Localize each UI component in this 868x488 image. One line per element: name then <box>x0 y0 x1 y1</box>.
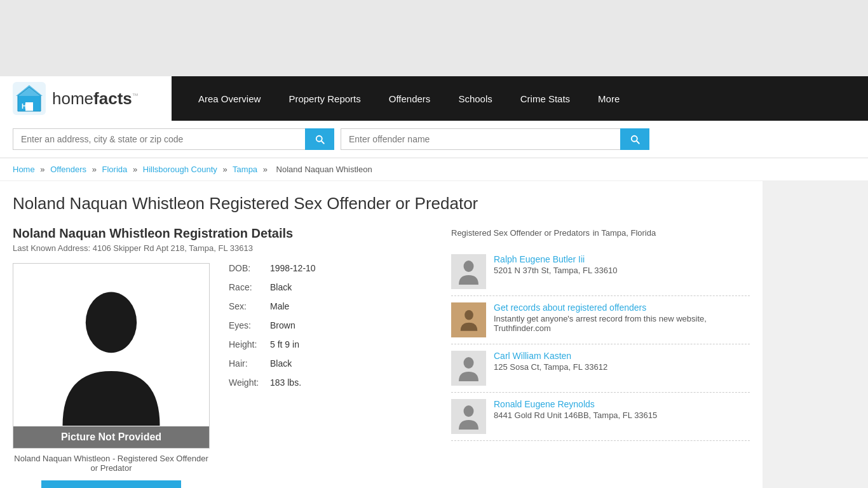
offender-info: Ronald Eugene Reynolds 8441 Gold Rd Unit… <box>494 399 657 420</box>
hair-row: Hair: Black <box>229 358 426 369</box>
height-value: 5 ft 9 in <box>270 339 299 349</box>
svg-point-7 <box>464 261 474 272</box>
content-area: Noland Naquan Whistleon Registration Det… <box>13 226 750 488</box>
search-icon <box>314 133 325 145</box>
svg-point-6 <box>86 292 137 353</box>
ad-avatar-icon <box>459 309 478 331</box>
svg-text:HF: HF <box>22 102 31 110</box>
details-table: DOB: 1998-12-10 Race: Black Sex: Male Ey… <box>229 263 426 488</box>
breadcrumb-hillsborough[interactable]: Hillsborough County <box>143 165 217 174</box>
hair-value: Black <box>270 358 292 369</box>
avatar-silhouette-icon <box>458 356 480 381</box>
offender-info: Ralph Eugene Butler Iii 5201 N 37th St, … <box>494 254 617 275</box>
left-column: Noland Naquan Whistleon Registration Det… <box>13 226 426 488</box>
nav-schools[interactable]: Schools <box>444 93 506 104</box>
nav-offenders[interactable]: Offenders <box>375 93 445 104</box>
address-search-group <box>13 128 334 150</box>
offender-info: Carl William Kasten 125 Sosa Ct, Tampa, … <box>494 351 607 372</box>
picture-not-provided-label: Picture Not Provided <box>13 426 209 448</box>
search-bar <box>0 121 868 158</box>
address-search-input[interactable] <box>13 128 305 150</box>
avatar <box>451 254 486 289</box>
sidebar-header: Registered Sex Offender or Predators in … <box>451 226 750 239</box>
breadcrumb-offenders[interactable]: Offenders <box>50 165 86 174</box>
offender-name-link[interactable]: Ralph Eugene Butler Iii <box>494 254 585 264</box>
logo-text: homefacts™ <box>52 89 139 109</box>
logo-area: HF homefacts™ <box>0 76 172 121</box>
race-row: Race: Black <box>229 282 426 292</box>
hair-label: Hair: <box>229 358 270 369</box>
breadcrumb: Home » Offenders » Florida » Hillsboroug… <box>0 158 868 181</box>
offender-search-button[interactable] <box>620 128 649 150</box>
dob-label: DOB: <box>229 263 270 273</box>
profile-image-wrap: Picture Not Provided <box>13 263 210 449</box>
race-label: Race: <box>229 282 270 292</box>
profile-section: Picture Not Provided Noland Naquan Whist… <box>13 263 426 488</box>
list-item: Carl William Kasten 125 Sosa Ct, Tampa, … <box>451 344 750 393</box>
profile-caption: Noland Naquan Whistleon - Registered Sex… <box>13 454 210 473</box>
offender-address: 125 Sosa Ct, Tampa, FL 33612 <box>494 362 607 372</box>
ad-item: Get records about registered offenders I… <box>451 296 750 344</box>
avatar <box>451 399 486 434</box>
nav-more[interactable]: More <box>584 93 634 104</box>
reg-address: Last Known Address: 4106 Skipper Rd Apt … <box>13 243 426 253</box>
race-value: Black <box>270 282 292 292</box>
height-row: Height: 5 ft 9 in <box>229 339 426 349</box>
profile-silhouette: Picture Not Provided <box>13 264 209 448</box>
sex-value: Male <box>270 301 289 311</box>
nav-property-reports[interactable]: Property Reports <box>275 93 374 104</box>
ad-info: Get records about registered offenders I… <box>494 302 750 333</box>
ad-thumbnail <box>451 302 486 337</box>
main-content: Noland Naquan Whistleon Registered Sex O… <box>0 181 763 488</box>
dob-value: 1998-12-10 <box>270 263 316 273</box>
offender-search-input[interactable] <box>341 128 620 150</box>
eyes-row: Eyes: Brown <box>229 320 426 330</box>
height-label: Height: <box>229 339 270 349</box>
nav-crime-stats[interactable]: Crime Stats <box>506 93 584 104</box>
list-item: Ronald Eugene Reynolds 8441 Gold Rd Unit… <box>451 393 750 441</box>
breadcrumb-florida[interactable]: Florida <box>102 165 128 174</box>
avatar-silhouette-icon <box>458 259 480 285</box>
list-item: Ralph Eugene Butler Iii 5201 N 37th St, … <box>451 248 750 296</box>
header: HF homefacts™ Area Overview Property Rep… <box>0 76 868 121</box>
svg-point-9 <box>464 357 474 369</box>
address-search-button[interactable] <box>305 128 334 150</box>
weight-value: 183 lbs. <box>270 377 301 388</box>
breadcrumb-tampa[interactable]: Tampa <box>233 165 257 174</box>
search-icon-2 <box>629 133 641 145</box>
ad-description: Instantly get anyone's arrest record fro… <box>494 314 750 333</box>
offender-search-group <box>341 128 649 150</box>
sex-row: Sex: Male <box>229 301 426 311</box>
profile-image-col: Picture Not Provided Noland Naquan Whist… <box>13 263 210 488</box>
breadcrumb-home[interactable]: Home <box>13 165 35 174</box>
eyes-value: Brown <box>270 320 295 330</box>
silhouette-svg <box>48 286 175 426</box>
offender-name-link[interactable]: Ronald Eugene Reynolds <box>494 399 595 409</box>
eyes-label: Eyes: <box>229 320 270 330</box>
reg-title: Noland Naquan Whistleon Registration Det… <box>13 226 426 241</box>
offender-address: 8441 Gold Rd Unit 146BB, Tampa, FL 33615 <box>494 410 657 420</box>
sex-label: Sex: <box>229 301 270 311</box>
right-column: Registered Sex Offender or Predators in … <box>451 226 750 488</box>
breadcrumb-current: Noland Naquan Whistleon <box>276 165 372 174</box>
weight-row: Weight: 183 lbs. <box>229 377 426 388</box>
svg-point-10 <box>464 405 474 417</box>
avatar <box>451 351 486 386</box>
view-record-button[interactable]: VIEW CRIMINAL RECORD <box>41 480 181 488</box>
weight-label: Weight: <box>229 377 270 388</box>
svg-point-8 <box>465 310 473 320</box>
logo-icon: HF <box>13 82 46 115</box>
nav-area-overview[interactable]: Area Overview <box>184 93 275 104</box>
main-nav: Area Overview Property Reports Offenders… <box>172 76 868 121</box>
avatar-silhouette-icon <box>458 404 480 430</box>
top-banner <box>0 0 868 76</box>
offender-name-link[interactable]: Carl William Kasten <box>494 351 571 361</box>
dob-row: DOB: 1998-12-10 <box>229 263 426 273</box>
ad-title-link[interactable]: Get records about registered offenders <box>494 302 646 313</box>
offender-address: 5201 N 37th St, Tampa, FL 33610 <box>494 266 617 275</box>
page-title: Noland Naquan Whistleon Registered Sex O… <box>13 194 750 214</box>
